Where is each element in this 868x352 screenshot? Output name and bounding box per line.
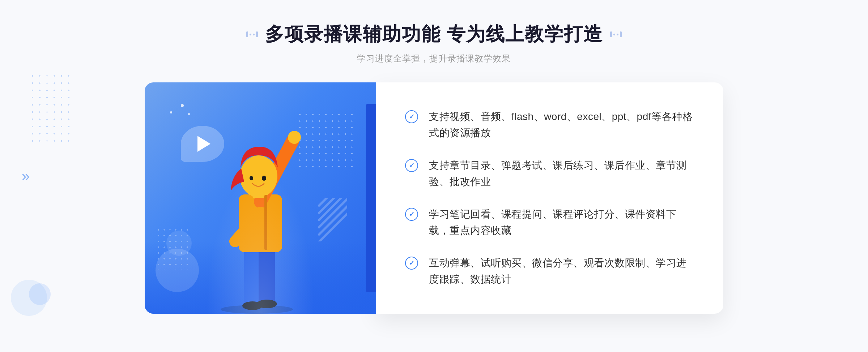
svg-point-7 [288,131,301,144]
sub-title: 学习进度全掌握，提升录播课教学效果 [246,53,622,64]
check-icon-2: ✓ [405,159,418,172]
feature-item-3: ✓ 学习笔记回看、课程提问、课程评论打分、课件资料下载，重点内容收藏 [405,206,694,239]
person-illustration [188,111,326,314]
svg-point-4 [257,300,277,308]
feature-text-3: 学习笔记回看、课程提问、课程评论打分、课件资料下载，重点内容收藏 [429,206,694,239]
bg-dots-decoration [29,72,72,145]
feature-item-1: ✓ 支持视频、音频、flash、word、excel、ppt、pdf等各种格式的… [405,109,694,141]
check-icon-3: ✓ [405,208,418,221]
bg-circle-2 [29,283,51,305]
vertical-bar [366,104,376,292]
check-mark-3: ✓ [409,211,414,218]
page-container: » 多项录播课辅助功能 专为线上教学打造 学习进度全掌握，提升录播课教学效果 [0,0,868,352]
feature-text-1: 支持视频、音频、flash、word、excel、ppt、pdf等各种格式的资源… [429,109,694,141]
check-mark-4: ✓ [409,260,414,266]
check-icon-1: ✓ [405,110,418,123]
feature-item-4: ✓ 互动弹幕、试听购买、微信分享、观看次数限制、学习进度跟踪、数据统计 [405,255,694,288]
illustration-card [145,82,376,314]
feature-text-4: 互动弹幕、试听购买、微信分享、观看次数限制、学习进度跟踪、数据统计 [429,255,694,288]
svg-rect-2 [259,249,275,305]
svg-point-12 [250,176,253,180]
feature-item-2: ✓ 支持章节目录、弹题考试、课后练习、课后作业、章节测验、批改作业 [405,158,694,190]
title-decorator-left [246,31,258,37]
title-wrapper: 多项录播课辅助功能 专为线上教学打造 [246,22,622,47]
svg-point-11 [262,176,266,181]
check-icon-4: ✓ [405,257,418,270]
content-area: ✓ 支持视频、音频、flash、word、excel、ppt、pdf等各种格式的… [145,82,723,314]
main-title: 多项录播课辅助功能 专为线上教学打造 [265,22,603,47]
features-card: ✓ 支持视频、音频、flash、word、excel、ppt、pdf等各种格式的… [376,82,723,314]
svg-point-10 [240,155,277,197]
feature-text-2: 支持章节目录、弹题考试、课后练习、课后作业、章节测验、批改作业 [429,158,694,190]
check-mark-1: ✓ [409,113,414,120]
svg-rect-1 [244,249,260,306]
header-section: 多项录播课辅助功能 专为线上教学打造 学习进度全掌握，提升录播课教学效果 [246,22,622,64]
left-arrow-decoration: » [22,168,30,184]
title-decorator-right [610,31,622,37]
check-mark-2: ✓ [409,162,414,169]
